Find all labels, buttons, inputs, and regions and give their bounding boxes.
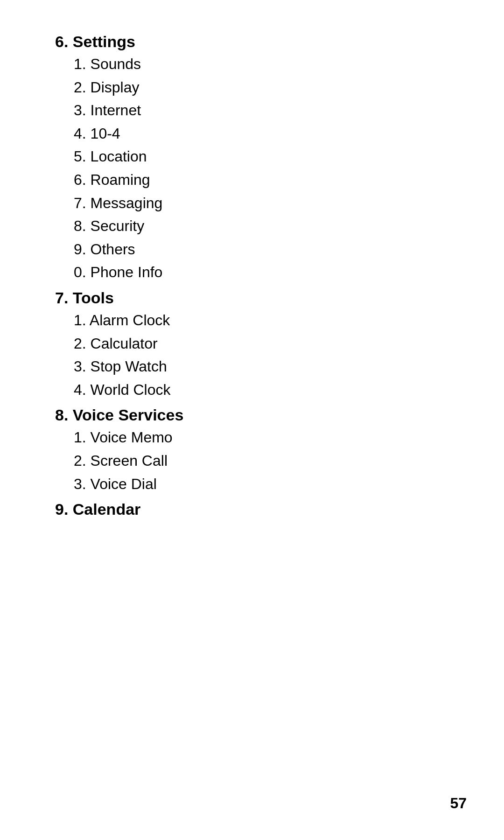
list-item: 1. Voice Memo [55, 426, 449, 449]
list-item: 4. 10-4 [55, 122, 449, 146]
list-item: 3. Stop Watch [55, 355, 449, 378]
section-voice-services: 8. Voice Services1. Voice Memo2. Screen … [55, 406, 449, 496]
section-tools: 7. Tools1. Alarm Clock2. Calculator3. St… [55, 289, 449, 401]
section-header-settings: 6. Settings [55, 33, 449, 51]
page-number: 57 [450, 795, 467, 812]
list-item: 5. Location [55, 145, 449, 168]
list-item: 3. Internet [55, 99, 449, 122]
list-item: 6. Roaming [55, 168, 449, 192]
section-header-calendar: 9. Calendar [55, 500, 449, 518]
section-header-tools: 7. Tools [55, 289, 449, 307]
list-item: 2. Calculator [55, 332, 449, 356]
list-item: 9. Others [55, 238, 449, 261]
list-item: 2. Display [55, 76, 449, 99]
list-item: 1. Alarm Clock [55, 309, 449, 332]
section-settings: 6. Settings1. Sounds2. Display3. Interne… [55, 33, 449, 284]
main-content: 6. Settings1. Sounds2. Display3. Interne… [0, 0, 504, 548]
section-header-voice-services: 8. Voice Services [55, 406, 449, 424]
list-item: 4. World Clock [55, 378, 449, 402]
list-item: 8. Security [55, 215, 449, 238]
section-calendar: 9. Calendar [55, 500, 449, 518]
list-item: 3. Voice Dial [55, 473, 449, 496]
list-item: 2. Screen Call [55, 449, 449, 473]
list-item: 7. Messaging [55, 192, 449, 215]
list-item: 0. Phone Info [55, 261, 449, 284]
list-item: 1. Sounds [55, 53, 449, 76]
